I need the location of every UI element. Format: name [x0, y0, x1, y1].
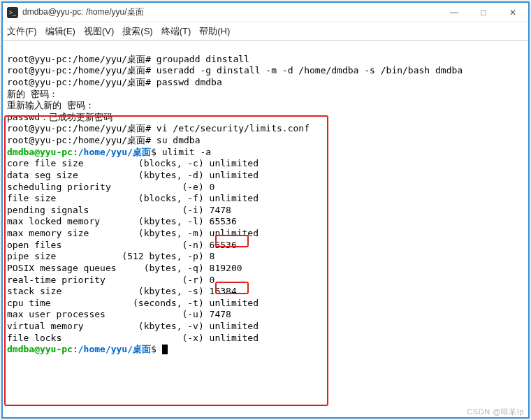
- terminal-line: max user processes (-u) 7478: [7, 309, 231, 319]
- prompt-cmd: $ ulimit -a: [151, 147, 211, 157]
- terminal-line: 重新输入新的 密码：: [7, 100, 94, 110]
- window-title: dmdba@yyu-pc: /home/yyu/桌面: [22, 6, 443, 18]
- terminal-line: cpu time (seconds, -t) unlimited: [7, 298, 259, 308]
- menubar: 文件(F) 编辑(E) 视图(V) 搜索(S) 终端(T) 帮助(H): [3, 22, 528, 41]
- terminal-line: dmdba@yyu-pc:/home/yyu/桌面$ ulimit -a: [7, 147, 211, 157]
- titlebar[interactable]: >_ dmdba@yyu-pc: /home/yyu/桌面 — □ ✕: [3, 3, 528, 22]
- terminal-line: root@yyu-pc:/home/yyu/桌面# vi /etc/securi…: [7, 123, 310, 133]
- terminal-line: root@yyu-pc:/home/yyu/桌面# useradd -g din…: [7, 65, 463, 75]
- terminal-window: >_ dmdba@yyu-pc: /home/yyu/桌面 — □ ✕ 文件(F…: [1, 1, 530, 419]
- cursor: [162, 345, 168, 354]
- terminal-line: scheduling priority (-e) 0: [7, 182, 214, 192]
- menu-search[interactable]: 搜索(S): [122, 25, 152, 38]
- prompt-cmd: $: [151, 344, 162, 354]
- minimize-button[interactable]: —: [443, 5, 465, 20]
- watermark: CSDN @啡某Ip: [467, 407, 524, 417]
- prompt-path: /home/yyu/桌面: [78, 147, 151, 157]
- terminal-line: open files (-n) 65536: [7, 240, 237, 250]
- prompt-user: dmdba@yyu-pc: [7, 147, 73, 157]
- terminal-line: max locked memory (kbytes, -l) 65536: [7, 216, 237, 226]
- terminal-line: 新的 密码：: [7, 89, 58, 99]
- terminal-line: POSIX message queues (bytes, -q) 819200: [7, 263, 242, 273]
- menu-view[interactable]: 视图(V): [84, 25, 114, 38]
- menu-terminal[interactable]: 终端(T): [161, 25, 191, 38]
- terminal-line: stack size (kbytes, -s) 16384: [7, 286, 237, 296]
- terminal-line: data seg size (kbytes, -d) unlimited: [7, 170, 259, 180]
- terminal-line: pending signals (-i) 7478: [7, 205, 231, 215]
- terminal-line: virtual memory (kbytes, -v) unlimited: [7, 321, 259, 331]
- menu-edit[interactable]: 编辑(E): [45, 25, 75, 38]
- terminal-line: root@yyu-pc:/home/yyu/桌面# groupadd dinst…: [7, 54, 249, 64]
- terminal-line: dmdba@yyu-pc:/home/yyu/桌面$: [7, 344, 168, 354]
- terminal-line: file size (blocks, -f) unlimited: [7, 193, 259, 203]
- terminal-line: root@yyu-pc:/home/yyu/桌面# su dmdba: [7, 135, 200, 145]
- terminal-line: pipe size (512 bytes, -p) 8: [7, 251, 214, 261]
- terminal-line: root@yyu-pc:/home/yyu/桌面# passwd dmdba: [7, 77, 222, 87]
- maximize-button[interactable]: □: [472, 5, 495, 20]
- terminal-line: passwd：已成功更新密码: [7, 112, 112, 122]
- prompt-path: /home/yyu/桌面: [78, 344, 151, 354]
- terminal-line: file locks (-x) unlimited: [7, 333, 259, 343]
- terminal-line: real-time priority (-r) 0: [7, 275, 214, 285]
- terminal-icon: >_: [7, 7, 18, 18]
- prompt-user: dmdba@yyu-pc: [7, 344, 73, 354]
- menu-file[interactable]: 文件(F): [7, 25, 37, 38]
- terminal-line: max memory size (kbytes, -m) unlimited: [7, 228, 259, 238]
- menu-help[interactable]: 帮助(H): [199, 25, 230, 38]
- close-button[interactable]: ✕: [502, 5, 524, 20]
- terminal-body[interactable]: root@yyu-pc:/home/yyu/桌面# groupadd dinst…: [3, 41, 528, 417]
- terminal-line: core file size (blocks, -c) unlimited: [7, 158, 259, 168]
